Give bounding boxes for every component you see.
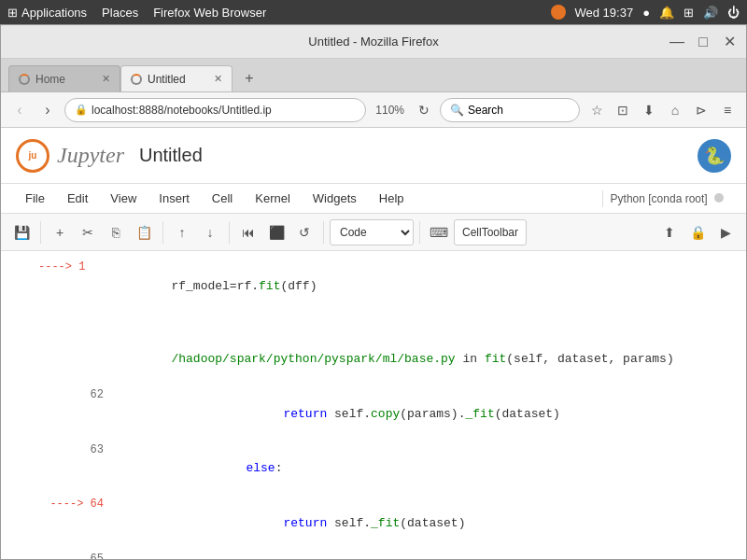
line-num-blank: [38, 332, 113, 387]
code-path1: /hadoop/spark/python/pyspark/ml/base.py …: [113, 332, 739, 387]
tab-home-close[interactable]: ✕: [102, 73, 110, 85]
jupyter-header: ju Jupyter Untitled 🐍: [1, 128, 746, 184]
share-button[interactable]: 🔒: [684, 219, 711, 245]
close-button[interactable]: ✕: [720, 33, 739, 51]
places-menu[interactable]: Places: [102, 6, 138, 20]
notification-icon[interactable]: 🔔: [659, 6, 674, 20]
move-down-button[interactable]: ↓: [197, 219, 223, 245]
code-line-65: 65 else:: [1, 551, 746, 560]
search-box[interactable]: 🔍 Search: [440, 98, 580, 122]
back-button[interactable]: ‹: [8, 99, 31, 121]
jupyter-logo-text: ju: [29, 150, 37, 161]
line-num-65: 65: [38, 551, 113, 560]
applications-menu[interactable]: ⊞ Applications: [7, 6, 87, 20]
cut-cell-button[interactable]: ✂: [75, 219, 101, 245]
restart-button[interactable]: ↺: [291, 219, 317, 245]
toolbar-sep-4: [323, 221, 324, 244]
firefox-menu[interactable]: Firefox Web Browser: [153, 6, 266, 20]
jupyter-wordmark: Jupyter: [57, 143, 124, 168]
tab-home-label: Home: [35, 73, 65, 86]
upload-button[interactable]: ⬆: [656, 219, 683, 245]
code-line-blank1: [1, 314, 746, 332]
menu-cell[interactable]: Cell: [203, 188, 242, 209]
reload-button[interactable]: ↻: [414, 100, 434, 120]
menu-button[interactable]: ≡: [716, 99, 739, 121]
line-num-63: 63: [38, 441, 113, 497]
arrow-64: ----> 64: [38, 496, 113, 551]
jupyter-toolbar: 💾 + ✂ ⎘ 📋 ↑ ↓ ⏮ ⬛ ↺ Code Markdown Raw ⌨ …: [1, 214, 746, 251]
cell-type-select[interactable]: Code Markdown Raw: [330, 219, 414, 245]
jupyter-logo: ju Jupyter: [16, 139, 124, 173]
menu-widgets[interactable]: Widgets: [303, 188, 366, 209]
toolbar-sep-2: [162, 221, 163, 244]
system-time: Wed 19:37: [575, 6, 634, 20]
tab-untitled-close[interactable]: ✕: [214, 73, 222, 85]
code-line-path1: /hadoop/spark/python/pyspark/ml/base.py …: [1, 332, 746, 387]
kernel-status-circle: [714, 193, 724, 203]
code-line-64: ----> 64 return self._fit(dataset): [1, 496, 746, 551]
search-icon: 🔍: [450, 104, 464, 117]
url-bar[interactable]: 🔒 localhost:8888/notebooks/Untitled.ip: [64, 98, 366, 122]
line-arrow: ----> 1: [38, 259, 113, 314]
code-content-63: else:: [113, 441, 739, 497]
code-area: ----> 1 rf_model=rf.fit(dff) /hadoop/spa…: [1, 251, 746, 559]
new-tab-button[interactable]: +: [236, 65, 262, 91]
zoom-level: 110%: [372, 104, 408, 117]
tab-spinner-untitled: [131, 74, 142, 85]
toolbar-sep-5: [419, 221, 420, 244]
browser-toolbar-icons: ☆ ⊡ ⬇ ⌂ ⊳ ≡: [585, 99, 739, 121]
home-icon[interactable]: ⌂: [664, 99, 686, 121]
maximize-button[interactable]: □: [694, 33, 712, 51]
menu-edit[interactable]: Edit: [58, 188, 97, 209]
download-icon[interactable]: ⬇: [638, 99, 660, 121]
keyboard-shortcut-button[interactable]: ⌨: [426, 219, 452, 245]
paste-cell-button[interactable]: 📋: [131, 219, 157, 245]
tab-bar: Home ✕ Untitled ✕ +: [1, 59, 746, 92]
move-up-button[interactable]: ↑: [169, 219, 195, 245]
code-line-arrow1: ----> 1 rf_model=rf.fit(dff): [1, 259, 746, 314]
title-bar: Untitled - Mozilla Firefox — □ ✕: [1, 25, 746, 59]
jupyter-header-right: 🐍: [698, 139, 731, 173]
stop-button[interactable]: ⬛: [263, 219, 289, 245]
python-logo: 🐍: [698, 139, 731, 173]
code-line-62: 62 return self.copy(params)._fit(dataset…: [1, 386, 746, 441]
toolbar-sep-1: [40, 221, 41, 244]
fast-backward-button[interactable]: ⏮: [235, 219, 261, 245]
applications-label[interactable]: Applications: [21, 6, 87, 20]
kernel-badge: Python [conda root]: [602, 190, 731, 207]
pocket-icon[interactable]: ⊳: [690, 99, 712, 121]
tab-spinner-home: [19, 74, 30, 85]
forward-button[interactable]: ›: [36, 99, 59, 121]
jupyter-logo-circle: ju: [16, 139, 49, 173]
time-dot: ●: [642, 6, 650, 20]
kernel-label: Python [conda root]: [611, 192, 708, 205]
bookmark-star-icon[interactable]: ☆: [585, 99, 608, 121]
volume-icon[interactable]: 🔊: [703, 6, 718, 20]
menu-insert[interactable]: Insert: [149, 188, 199, 209]
add-cell-button[interactable]: +: [47, 219, 73, 245]
menu-file[interactable]: File: [16, 188, 54, 209]
system-bar: ⊞ Applications Places Firefox Web Browse…: [0, 0, 747, 24]
toolbar-sep-3: [229, 221, 230, 244]
minimize-button[interactable]: —: [668, 33, 686, 51]
tab-untitled-label: Untitled: [148, 73, 186, 86]
schedule-button[interactable]: ▶: [712, 219, 739, 245]
browser-window: Untitled - Mozilla Firefox — □ ✕ Home ✕ …: [0, 24, 747, 560]
url-text: localhost:8888/notebooks/Untitled.ip: [92, 104, 356, 117]
menu-view[interactable]: View: [101, 188, 146, 209]
copy-cell-button[interactable]: ⎘: [103, 219, 129, 245]
tab-untitled[interactable]: Untitled ✕: [120, 65, 233, 91]
power-icon[interactable]: ⏻: [727, 6, 740, 20]
celltoolbar-button[interactable]: CellToolbar: [454, 219, 527, 245]
menu-kernel[interactable]: Kernel: [246, 188, 300, 209]
code-content: rf_model=rf.fit(dff): [113, 259, 739, 314]
reader-mode-icon[interactable]: ⊡: [612, 99, 634, 121]
notebook-title[interactable]: Untitled: [139, 145, 203, 166]
save-button[interactable]: 💾: [8, 219, 35, 245]
menu-help[interactable]: Help: [370, 188, 414, 209]
network-icon[interactable]: ⊞: [684, 6, 694, 20]
lock-icon: 🔒: [75, 104, 88, 116]
slingscold-icon: [551, 5, 566, 20]
tab-home[interactable]: Home ✕: [8, 65, 120, 91]
code-content-62: return self.copy(params)._fit(dataset): [113, 386, 739, 441]
